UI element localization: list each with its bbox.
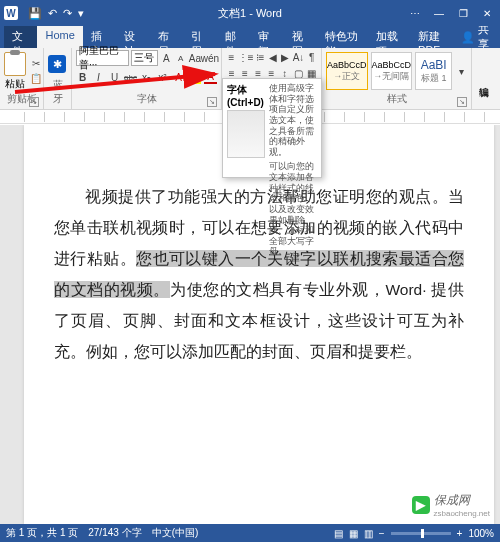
- document-area: 视频提供了功能强大的方法帮助您证明您的观点。当您单击联机视频时，可以在想要添加的…: [0, 125, 500, 524]
- font-color-icon[interactable]: A: [204, 70, 217, 84]
- tooltip-text-1: 使用高级字体和字符选项自定义所选文本，使之具备所需的精确外观。: [269, 83, 317, 157]
- superscript-button[interactable]: x²: [156, 70, 169, 84]
- paste-label: 粘贴: [5, 77, 25, 91]
- tooltip-preview-image: [227, 110, 265, 158]
- style-heading1[interactable]: AaBI标题 1: [415, 52, 452, 90]
- title-bar: W 💾 ↶ ↷ ▾ 文档1 - Word ⋯ — ❐ ✕: [0, 0, 500, 26]
- tab-mailings[interactable]: 邮件: [217, 26, 250, 48]
- clipboard-launcher-icon[interactable]: ↘: [29, 97, 39, 107]
- view-print-icon[interactable]: ▦: [349, 528, 358, 539]
- qat-save-icon[interactable]: 💾: [28, 7, 42, 20]
- tab-addons[interactable]: 加载项: [368, 26, 410, 48]
- status-word-count[interactable]: 27/143 个字: [88, 526, 141, 540]
- group-editing: 编辑: [472, 48, 498, 109]
- group-styles: AaBbCcD→正文 AaBbCcD→无间隔 AaBI标题 1 ▾ 样式↘: [322, 48, 472, 109]
- tab-references[interactable]: 引用: [183, 26, 216, 48]
- document-paragraph[interactable]: 视频提供了功能强大的方法帮助您证明您的观点。当您单击联机视频时，可以在想要添加的…: [54, 181, 464, 367]
- tab-newpdf[interactable]: 新建PDF: [410, 26, 461, 48]
- increase-indent-icon[interactable]: ▶: [280, 50, 291, 64]
- bullets-icon[interactable]: ≡: [226, 50, 237, 64]
- group-clipboard-label: 剪贴板↘: [4, 92, 39, 107]
- zoom-in-button[interactable]: +: [457, 528, 463, 539]
- tab-home[interactable]: Home: [37, 26, 82, 48]
- qat-undo-icon[interactable]: ↶: [48, 7, 57, 20]
- styles-launcher-icon[interactable]: ↘: [457, 97, 467, 107]
- document-page[interactable]: 视频提供了功能强大的方法帮助您证明您的观点。当您单击联机视频时，可以在想要添加的…: [24, 125, 494, 524]
- tooltip-text-2: 可以向您的文本添加各种样式的线条和颜色，以及改变效果如删除线、上标和全部大写字母…: [269, 161, 317, 257]
- paste-icon: [4, 52, 26, 76]
- font-name-select[interactable]: 阿里巴巴普···: [76, 50, 129, 66]
- tab-file[interactable]: 文件: [4, 26, 37, 48]
- quick-access-toolbar: 💾 ↶ ↷ ▾: [28, 7, 84, 20]
- change-case-icon[interactable]: Aa: [189, 51, 201, 65]
- group-bluetooth: ✱ 蓝牙: [44, 48, 72, 109]
- italic-button[interactable]: I: [92, 70, 105, 84]
- tab-layout[interactable]: 布局: [150, 26, 183, 48]
- font-dialog-tooltip: 字体 (Ctrl+D) 使用高级字体和字符选项自定义所选文本，使之具备所需的精确…: [222, 78, 322, 178]
- qat-more-icon[interactable]: ▾: [78, 7, 84, 20]
- minimize-button[interactable]: —: [428, 3, 450, 23]
- watermark-subtext: zsbaocheng.net: [434, 509, 491, 518]
- style-normal[interactable]: AaBbCcD→正文: [326, 52, 368, 90]
- numbering-icon[interactable]: ⋮≡: [239, 50, 253, 64]
- share-button[interactable]: 👤 共享: [461, 26, 500, 48]
- group-font-label: 字体↘: [76, 92, 217, 107]
- qat-redo-icon[interactable]: ↷: [63, 7, 72, 20]
- ribbon-tabs: 文件 Home 插入 设计 布局 引用 邮件 审阅 视图 特色功能 加载项 新建…: [0, 26, 500, 48]
- shrink-font-icon[interactable]: A: [175, 51, 187, 65]
- phonetic-guide-icon[interactable]: wén: [203, 51, 217, 65]
- tab-review[interactable]: 审阅: [250, 26, 283, 48]
- underline-button[interactable]: U: [108, 70, 121, 84]
- font-size-select[interactable]: 三号: [131, 50, 158, 66]
- highlight-icon[interactable]: ab: [188, 70, 201, 84]
- tab-view[interactable]: 视图: [284, 26, 317, 48]
- zoom-level[interactable]: 100%: [468, 528, 494, 539]
- status-language[interactable]: 中文(中国): [152, 526, 199, 540]
- font-launcher-icon[interactable]: ↘: [207, 97, 217, 107]
- subscript-button[interactable]: x₂: [140, 70, 153, 84]
- watermark-logo-icon: ▶: [412, 496, 430, 514]
- styles-more-icon[interactable]: ▾: [455, 64, 467, 78]
- tab-special[interactable]: 特色功能: [317, 26, 368, 48]
- restore-button[interactable]: ❐: [452, 3, 474, 23]
- zoom-out-button[interactable]: −: [379, 528, 385, 539]
- copy-icon[interactable]: 📋: [29, 72, 43, 86]
- ribbon-display-options-icon[interactable]: ⋯: [404, 3, 426, 23]
- sort-icon[interactable]: A↓: [293, 50, 305, 64]
- watermark-text: 保成网: [434, 492, 491, 509]
- style-no-spacing[interactable]: AaBbCcD→无间隔: [371, 52, 413, 90]
- group-font: 阿里巴巴普··· 三号 A A Aa wén B I U abc x₂ x² A…: [72, 48, 222, 109]
- bluetooth-icon[interactable]: ✱: [48, 55, 66, 73]
- status-page[interactable]: 第 1 页，共 1 页: [6, 526, 78, 540]
- decrease-indent-icon[interactable]: ◀: [267, 50, 278, 64]
- grow-font-icon[interactable]: A: [160, 51, 172, 65]
- zoom-slider[interactable]: [391, 532, 451, 535]
- word-app-icon: W: [4, 6, 18, 20]
- group-clipboard: 粘贴 ✂ 📋 剪贴板↘: [0, 48, 44, 109]
- view-web-icon[interactable]: ▥: [364, 528, 373, 539]
- show-marks-icon[interactable]: ¶: [306, 50, 317, 64]
- watermark: ▶ 保成网 zsbaocheng.net: [408, 490, 495, 520]
- window-title: 文档1 - Word: [218, 6, 282, 21]
- share-icon: 👤: [461, 31, 475, 44]
- status-bar: 第 1 页，共 1 页 27/143 个字 中文(中国) ▤ ▦ ▥ − + 1…: [0, 524, 500, 542]
- bold-button[interactable]: B: [76, 70, 89, 84]
- tooltip-title: 字体 (Ctrl+D): [227, 83, 265, 108]
- text-effects-icon[interactable]: A: [172, 70, 185, 84]
- group-bluetooth-label: 蓝牙: [48, 78, 67, 107]
- close-button[interactable]: ✕: [476, 3, 498, 23]
- strikethrough-button[interactable]: abc: [124, 70, 137, 84]
- multilevel-list-icon[interactable]: ⁝≡: [255, 50, 266, 64]
- paste-button[interactable]: 粘贴: [4, 52, 26, 91]
- cut-icon[interactable]: ✂: [29, 57, 43, 71]
- view-read-icon[interactable]: ▤: [334, 528, 343, 539]
- group-styles-label: 样式↘: [326, 92, 467, 107]
